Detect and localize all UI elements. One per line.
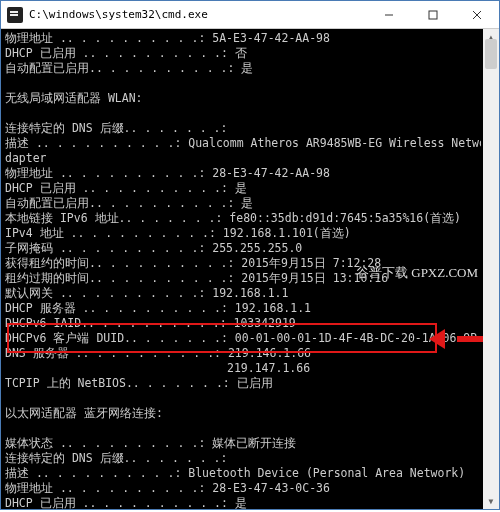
vertical-scrollbar[interactable]: ▲ ▼ xyxy=(483,29,499,509)
svg-rect-1 xyxy=(429,11,437,19)
maximize-button[interactable] xyxy=(411,1,455,29)
terminal-area[interactable]: 物理地址 .. . . . . . . . . .: 5A-E3-47-42-A… xyxy=(1,29,499,509)
terminal-output: 物理地址 .. . . . . . . . . .: 5A-E3-47-42-A… xyxy=(1,29,499,509)
scroll-down-arrow[interactable]: ▼ xyxy=(483,493,499,509)
minimize-button[interactable] xyxy=(367,1,411,29)
titlebar[interactable]: C:\windows\system32\cmd.exe xyxy=(1,1,499,29)
scroll-thumb[interactable] xyxy=(485,39,497,69)
close-button[interactable] xyxy=(455,1,499,29)
window-title: C:\windows\system32\cmd.exe xyxy=(29,8,367,21)
cmd-window: C:\windows\system32\cmd.exe 物理地址 .. . . … xyxy=(0,0,500,510)
cmd-icon xyxy=(7,7,23,23)
